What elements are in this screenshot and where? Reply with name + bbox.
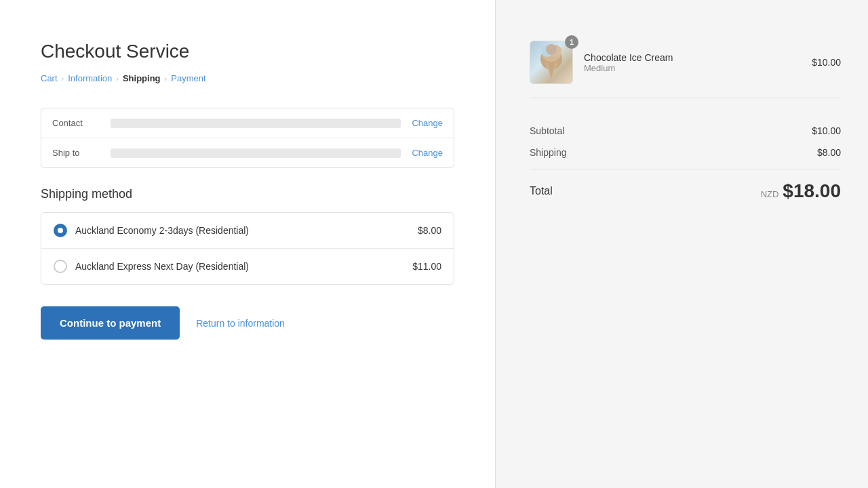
- radio-express[interactable]: [54, 260, 67, 273]
- item-name: Chocolate Ice Cream: [584, 52, 812, 63]
- order-item: 1 Chocolate Ice Cream Medium $10.00: [530, 41, 841, 98]
- shipping-method-title: Shipping method: [41, 187, 454, 201]
- svg-point-4: [546, 44, 557, 55]
- ship-to-value-bar: [111, 148, 401, 158]
- breadcrumb-payment[interactable]: Payment: [171, 73, 205, 83]
- return-to-information-button[interactable]: Return to information: [196, 318, 285, 329]
- item-price: $10.00: [812, 57, 841, 68]
- grand-total-row: Total NZD $18.00: [530, 169, 841, 202]
- ship-to-label: Ship to: [52, 148, 100, 158]
- shipping-option-label-1: Auckland Express Next Day (Residential): [75, 261, 412, 272]
- total-currency: NZD: [761, 189, 779, 199]
- order-totals: Subtotal $10.00 Shipping $8.00 Total NZD…: [530, 120, 841, 202]
- shipping-value: $8.00: [817, 147, 841, 158]
- item-badge: 1: [565, 35, 578, 49]
- subtotal-label: Subtotal: [530, 125, 564, 136]
- breadcrumb-shipping: Shipping: [123, 73, 161, 83]
- left-panel: Checkout Service Cart › Information › Sh…: [0, 0, 495, 488]
- breadcrumb-information[interactable]: Information: [68, 73, 112, 83]
- shipping-option-price-1: $11.00: [412, 261, 441, 272]
- item-variant: Medium: [584, 63, 812, 73]
- shipping-option-price-0: $8.00: [418, 225, 441, 236]
- actions: Continue to payment Return to informatio…: [41, 306, 454, 340]
- shipping-option-label-0: Auckland Economy 2-3days (Residential): [75, 225, 418, 236]
- breadcrumb-sep-3: ›: [165, 75, 167, 83]
- contact-change-btn[interactable]: Change: [412, 118, 443, 128]
- subtotal-row: Subtotal $10.00: [530, 120, 841, 142]
- breadcrumb-sep-2: ›: [116, 75, 119, 83]
- total-label: Total: [530, 185, 553, 197]
- contact-label: Contact: [52, 118, 100, 128]
- item-image-wrapper: 1: [530, 41, 573, 84]
- ship-to-change-btn[interactable]: Change: [412, 148, 443, 158]
- breadcrumb-sep-1: ›: [62, 75, 64, 83]
- breadcrumb: Cart › Information › Shipping › Payment: [41, 73, 454, 83]
- subtotal-value: $10.00: [812, 125, 841, 136]
- shipping-label: Shipping: [530, 147, 567, 158]
- shipping-option-1[interactable]: Auckland Express Next Day (Residential) …: [41, 249, 454, 284]
- store-title: Checkout Service: [41, 41, 454, 62]
- grand-value-wrapper: NZD $18.00: [761, 180, 841, 202]
- ship-to-row: Ship to Change: [41, 138, 454, 167]
- total-value: $18.00: [783, 180, 841, 202]
- shipping-options: Auckland Economy 2-3days (Residential) $…: [41, 212, 454, 285]
- breadcrumb-cart[interactable]: Cart: [41, 73, 58, 83]
- radio-economy[interactable]: [54, 224, 67, 237]
- contact-row: Contact Change: [41, 108, 454, 138]
- contact-value-bar: [111, 119, 401, 128]
- item-image: [530, 41, 573, 84]
- shipping-option-0[interactable]: Auckland Economy 2-3days (Residential) $…: [41, 213, 454, 249]
- right-panel: 1 Chocolate Ice Cream Medium $10.00 Subt…: [495, 0, 868, 488]
- continue-to-payment-button[interactable]: Continue to payment: [41, 306, 180, 340]
- item-info: Chocolate Ice Cream Medium: [584, 52, 812, 73]
- contact-box: Contact Change Ship to Change: [41, 108, 454, 168]
- shipping-row: Shipping $8.00: [530, 142, 841, 163]
